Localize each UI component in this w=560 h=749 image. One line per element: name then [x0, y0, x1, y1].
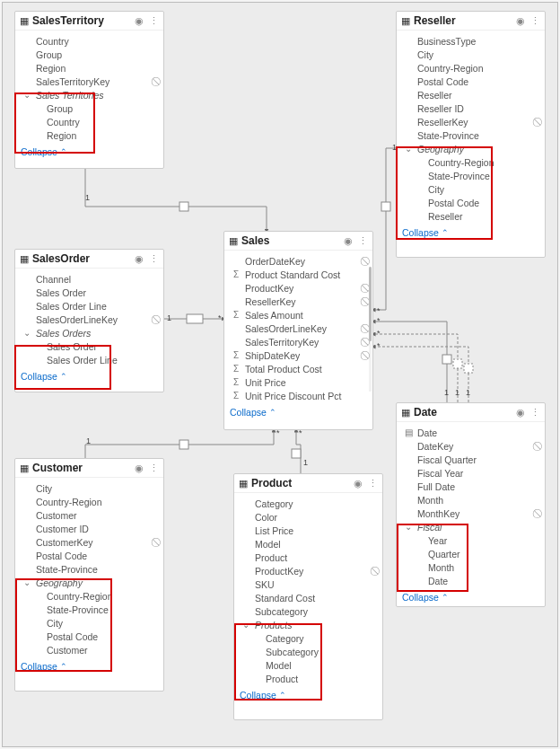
hierarchy-child-row[interactable]: Month — [397, 560, 545, 574]
collapse-link[interactable]: Collapse⌃ — [224, 404, 372, 420]
hierarchy-row[interactable]: ⌄Geography — [397, 142, 545, 155]
field-row[interactable]: SalesOrderLineKey⃠ — [224, 322, 372, 335]
field-row[interactable]: SalesOrderLineKey⃠ — [15, 313, 163, 326]
scrollbar[interactable] — [369, 267, 372, 392]
visibility-icon[interactable]: ◉ — [135, 15, 144, 27]
field-row[interactable]: ProductKey⃠ — [234, 564, 382, 577]
hierarchy-child-row[interactable]: Year — [397, 533, 545, 547]
hierarchy-child-row[interactable]: Postal Code — [15, 630, 163, 643]
hierarchy-child-row[interactable]: Product — [234, 672, 382, 685]
more-icon[interactable]: ⋮ — [530, 15, 540, 27]
field-row[interactable]: Postal Code — [15, 549, 163, 562]
scrollbar-thumb[interactable] — [369, 267, 372, 341]
table-header[interactable]: ▦Date◉⋮ — [397, 403, 545, 422]
field-row[interactable]: State-Province — [397, 128, 545, 142]
collapse-link[interactable]: Collapse⌃ — [15, 368, 163, 384]
field-row[interactable]: Category — [234, 497, 382, 510]
table-salesOrder[interactable]: ▦SalesOrder◉⋮ChannelSales OrderSales Ord… — [14, 249, 164, 392]
field-row[interactable]: CustomerKey⃠ — [15, 535, 163, 549]
more-icon[interactable]: ⋮ — [358, 235, 368, 247]
field-row[interactable]: Country — [15, 34, 163, 48]
hierarchy-row[interactable]: ⌄Geography — [15, 576, 163, 589]
field-row[interactable]: Region — [15, 61, 163, 75]
hierarchy-row[interactable]: ⌄Fiscal — [397, 520, 545, 533]
hierarchy-child-row[interactable]: Country-Region — [15, 589, 163, 603]
field-row[interactable]: Sales Order Line — [15, 299, 163, 313]
hierarchy-child-row[interactable]: Quarter — [397, 547, 545, 560]
field-row[interactable]: City — [15, 481, 163, 495]
field-row[interactable]: ΣShipDateKey⃠ — [224, 348, 372, 362]
more-icon[interactable]: ⋮ — [149, 463, 159, 474]
hierarchy-child-row[interactable]: State-Province — [15, 603, 163, 616]
hierarchy-child-row[interactable]: Date — [397, 574, 545, 587]
visibility-icon[interactable]: ◉ — [135, 463, 144, 474]
collapse-link[interactable]: Collapse⌃ — [15, 658, 163, 674]
hierarchy-child-row[interactable]: Category — [234, 631, 382, 645]
field-row[interactable]: SKU — [234, 577, 382, 591]
field-row[interactable]: City — [397, 48, 545, 61]
hierarchy-child-row[interactable]: State-Province — [397, 169, 545, 182]
hierarchy-child-row[interactable]: Postal Code — [397, 196, 545, 209]
hierarchy-row[interactable]: ⌄Sales Orders — [15, 326, 163, 339]
hierarchy-child-row[interactable]: Country-Region — [397, 155, 545, 169]
hierarchy-child-row[interactable]: Region — [15, 128, 163, 142]
hierarchy-row[interactable]: ⌄Sales Territories — [15, 88, 163, 101]
field-row[interactable]: ResellerKey⃠ — [397, 115, 545, 128]
field-row[interactable]: Month — [397, 493, 545, 507]
hierarchy-child-row[interactable]: Customer — [15, 643, 163, 656]
more-icon[interactable]: ⋮ — [149, 15, 159, 27]
table-header[interactable]: ▦SalesOrder◉⋮ — [15, 250, 163, 269]
hierarchy-child-row[interactable]: Sales Order — [15, 339, 163, 353]
more-icon[interactable]: ⋮ — [530, 407, 540, 419]
field-row[interactable]: Customer — [15, 508, 163, 522]
field-row[interactable]: ProductKey⃠ — [224, 281, 372, 295]
visibility-icon[interactable]: ◉ — [344, 235, 353, 247]
table-date[interactable]: ▦Date◉⋮▤DateDateKey⃠Fiscal QuarterFiscal… — [396, 402, 546, 607]
field-row[interactable]: Channel — [15, 272, 163, 286]
hierarchy-child-row[interactable]: Country — [15, 115, 163, 128]
field-row[interactable]: MonthKey⃠ — [397, 507, 545, 520]
field-row[interactable]: ΣUnit Price — [224, 375, 372, 389]
field-row[interactable]: Product — [234, 551, 382, 564]
more-icon[interactable]: ⋮ — [368, 478, 378, 489]
field-row[interactable]: ▤Date — [397, 426, 545, 439]
field-row[interactable]: Subcategory — [234, 604, 382, 618]
table-header[interactable]: ▦Sales◉⋮ — [224, 232, 372, 251]
hierarchy-child-row[interactable]: Model — [234, 658, 382, 672]
table-header[interactable]: ▦Reseller◉⋮ — [397, 12, 545, 31]
hierarchy-child-row[interactable]: Reseller — [397, 209, 545, 223]
field-row[interactable]: Reseller ID — [397, 101, 545, 115]
field-row[interactable]: Fiscal Quarter — [397, 453, 545, 466]
visibility-icon[interactable]: ◉ — [354, 478, 363, 489]
collapse-link[interactable]: Collapse⌃ — [397, 589, 545, 605]
table-header[interactable]: ▦Product◉⋮ — [234, 474, 382, 493]
table-sales[interactable]: ▦Sales◉⋮OrderDateKey⃠ΣProduct Standard C… — [223, 231, 373, 430]
field-row[interactable]: Sales Order — [15, 286, 163, 299]
field-row[interactable]: ΣTotal Product Cost — [224, 362, 372, 375]
field-row[interactable]: Country-Region — [15, 495, 163, 508]
field-row[interactable]: Group — [15, 48, 163, 61]
table-product[interactable]: ▦Product◉⋮CategoryColorList PriceModelPr… — [233, 473, 383, 720]
hierarchy-child-row[interactable]: Sales Order Line — [15, 353, 163, 366]
collapse-link[interactable]: Collapse⌃ — [397, 225, 545, 241]
hierarchy-child-row[interactable]: Subcategory — [234, 645, 382, 658]
table-header[interactable]: ▦Customer◉⋮ — [15, 459, 163, 478]
hierarchy-row[interactable]: ⌄Products — [234, 618, 382, 631]
field-row[interactable]: ΣSales Amount — [224, 308, 372, 322]
hierarchy-child-row[interactable]: City — [15, 616, 163, 630]
field-row[interactable]: Customer ID — [15, 522, 163, 535]
field-row[interactable]: ResellerKey⃠ — [224, 295, 372, 308]
field-row[interactable]: Standard Cost — [234, 591, 382, 604]
field-row[interactable]: Full Date — [397, 480, 545, 493]
table-reseller[interactable]: ▦Reseller◉⋮BusinessTypeCityCountry-Regio… — [396, 11, 546, 258]
field-row[interactable]: SalesTerritoryKey⃠ — [15, 75, 163, 88]
field-row[interactable]: Country-Region — [397, 61, 545, 75]
hierarchy-child-row[interactable]: City — [397, 182, 545, 196]
field-row[interactable]: ΣUnit Price Discount Pct — [224, 389, 372, 402]
field-row[interactable]: Postal Code — [397, 75, 545, 88]
table-header[interactable]: ▦SalesTerritory◉⋮ — [15, 12, 163, 31]
field-row[interactable]: ΣProduct Standard Cost — [224, 268, 372, 281]
visibility-icon[interactable]: ◉ — [516, 15, 525, 27]
field-row[interactable]: Color — [234, 510, 382, 524]
field-row[interactable]: List Price — [234, 524, 382, 537]
